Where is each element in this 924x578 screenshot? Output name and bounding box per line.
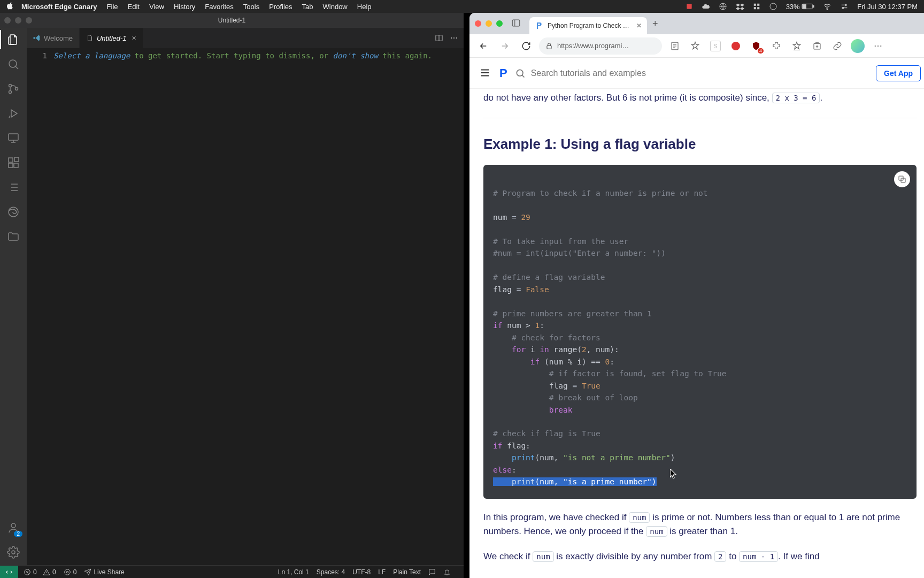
tab-close-icon[interactable]: ×: [132, 34, 136, 42]
bell-icon[interactable]: [443, 568, 451, 576]
menu-tab[interactable]: Tab: [302, 3, 313, 11]
programiz-logo[interactable]: P: [499, 66, 507, 80]
hamburger-icon[interactable]: [479, 67, 492, 80]
menu-help[interactable]: Help: [357, 3, 372, 11]
svg-rect-8: [803, 4, 806, 8]
file-icon: [86, 34, 94, 42]
liveshare-button[interactable]: Live Share: [84, 568, 124, 576]
account-badge: 2: [14, 531, 22, 537]
search-icon[interactable]: [515, 68, 526, 79]
menu-edit[interactable]: Edit: [128, 3, 140, 11]
menu-window[interactable]: Window: [323, 3, 348, 11]
status-indicator-icon[interactable]: [686, 3, 693, 10]
menu-tools[interactable]: Tools: [243, 3, 259, 11]
siri-icon[interactable]: [769, 2, 777, 11]
svg-point-13: [9, 91, 12, 94]
svg-point-10: [827, 9, 828, 10]
dropbox-icon[interactable]: [736, 2, 744, 11]
editor-tabs: Welcome Untitled-1 ×: [27, 28, 464, 48]
new-tab-button[interactable]: +: [652, 18, 658, 29]
url-text: https://www.programi…: [557, 42, 629, 50]
favorite-icon[interactable]: [687, 37, 704, 55]
tab-untitled[interactable]: Untitled-1 ×: [80, 28, 143, 48]
remote-button[interactable]: [0, 566, 18, 579]
menu-history[interactable]: History: [174, 3, 195, 11]
svg-rect-19: [14, 157, 19, 162]
run-debug-icon[interactable]: [6, 106, 21, 121]
code-block[interactable]: # Program to check if a number is prime …: [483, 165, 917, 499]
favorites-bar-icon[interactable]: [788, 37, 805, 55]
vscode-window: Untitled-1 2 Welcome: [0, 13, 464, 578]
svg-rect-31: [547, 45, 551, 49]
remote-explorer-icon[interactable]: [6, 131, 21, 146]
battery-percent[interactable]: 33%: [786, 3, 815, 11]
search-input[interactable]: [531, 69, 868, 78]
cloud-icon[interactable]: [702, 2, 710, 11]
app-name[interactable]: Microsoft Edge Canary: [21, 3, 97, 11]
reader-icon[interactable]: [666, 37, 683, 55]
indent-button[interactable]: Spaces: 4: [317, 568, 345, 576]
lock-icon: [545, 42, 553, 50]
svg-point-22: [12, 551, 15, 554]
grid-icon[interactable]: [753, 3, 760, 10]
refresh-button[interactable]: [518, 37, 535, 55]
browser-tab[interactable]: Python Program to Check Prim… ✕: [529, 17, 647, 34]
search-icon[interactable]: [6, 57, 21, 72]
ports-button[interactable]: 0: [64, 568, 77, 576]
eol-button[interactable]: LF: [378, 568, 386, 576]
page-content[interactable]: P Get App do not have any other factors.…: [469, 58, 924, 578]
encoding-button[interactable]: UTF-8: [352, 568, 371, 576]
programiz-favicon-icon: [535, 21, 543, 30]
globe-icon[interactable]: [719, 2, 727, 11]
menu-file[interactable]: File: [107, 3, 118, 11]
apple-icon[interactable]: [6, 2, 14, 11]
app-menu-icon[interactable]: [869, 37, 887, 55]
more-icon[interactable]: [449, 33, 459, 43]
svg-point-29: [66, 571, 68, 573]
list-icon[interactable]: [6, 180, 21, 195]
svg-rect-30: [512, 20, 520, 26]
account-icon[interactable]: 2: [6, 520, 21, 535]
problems-button[interactable]: 0 0: [24, 568, 56, 576]
datetime[interactable]: Fri Jul 30 12:37 PM: [857, 3, 918, 11]
cursor-position[interactable]: Ln 1, Col 1: [278, 568, 309, 576]
get-app-button[interactable]: Get App: [876, 65, 921, 81]
browser-traffic-lights[interactable]: [475, 20, 503, 27]
extensions-menu-icon[interactable]: [768, 37, 785, 55]
ext-red-icon[interactable]: [727, 37, 744, 55]
svg-rect-9: [813, 5, 814, 7]
extensions-icon[interactable]: [6, 155, 21, 170]
language-button[interactable]: Plain Text: [393, 568, 421, 576]
split-editor-icon[interactable]: [434, 33, 444, 43]
settings-gear-icon[interactable]: [6, 545, 21, 560]
vscode-traffic-lights[interactable]: [4, 17, 32, 24]
collections-icon[interactable]: [808, 37, 826, 55]
wifi-icon[interactable]: [823, 2, 831, 11]
feedback-icon[interactable]: [428, 568, 436, 576]
menu-favorites[interactable]: Favorites: [205, 3, 233, 11]
ext-s-icon[interactable]: S: [707, 37, 724, 55]
profile-avatar[interactable]: [849, 37, 866, 55]
vertical-tabs-icon[interactable]: [511, 18, 522, 29]
tab-close-icon[interactable]: ✕: [636, 22, 642, 29]
copy-code-button[interactable]: [894, 171, 910, 187]
svg-rect-15: [9, 134, 18, 140]
tab-welcome[interactable]: Welcome: [27, 28, 80, 48]
menu-view[interactable]: View: [149, 3, 164, 11]
link-icon[interactable]: [829, 37, 846, 55]
back-button[interactable]: [475, 37, 492, 55]
ext-ublock-icon[interactable]: 4: [748, 37, 765, 55]
forward-button[interactable]: [496, 37, 513, 55]
control-center-icon[interactable]: [840, 2, 849, 11]
svg-rect-17: [9, 163, 13, 168]
article-paragraph: In this program, we have checked if num …: [483, 511, 917, 539]
svg-rect-0: [687, 4, 691, 9]
editor-content[interactable]: 1 Select a language to get started. Star…: [27, 48, 464, 565]
edge-icon[interactable]: [6, 204, 21, 219]
svg-rect-4: [753, 7, 756, 9]
source-control-icon[interactable]: [6, 81, 21, 96]
menu-profiles[interactable]: Profiles: [269, 3, 292, 11]
address-bar[interactable]: https://www.programi…: [539, 37, 662, 55]
folder-icon[interactable]: [6, 229, 21, 244]
explorer-icon[interactable]: [6, 32, 21, 47]
